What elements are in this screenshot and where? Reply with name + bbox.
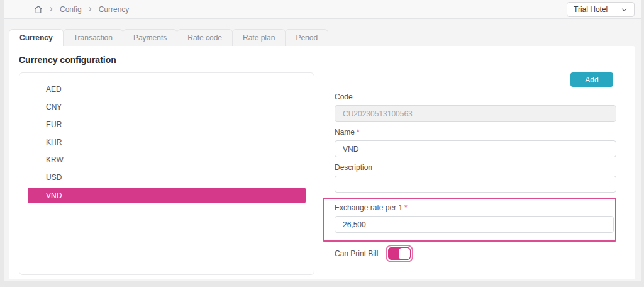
list-item-eur[interactable]: EUR: [28, 116, 306, 133]
code-field: [335, 105, 616, 122]
name-field[interactable]: [335, 140, 616, 157]
currency-form: Add Code Name* Description Exchange rate…: [335, 72, 616, 287]
can-print-bill-label: Can Print Bill: [335, 249, 378, 258]
required-asterisk: *: [404, 203, 408, 212]
hotel-selector-value: Trial Hotel: [574, 5, 608, 14]
tab-payments[interactable]: Payments: [123, 29, 177, 46]
tab-transaction[interactable]: Transaction: [63, 29, 123, 46]
chevron-right-icon: [87, 6, 93, 12]
list-item-vnd-selected[interactable]: VND: [28, 188, 306, 203]
description-label: Description: [335, 163, 616, 172]
tab-rate-code[interactable]: Rate code: [177, 29, 233, 46]
add-button[interactable]: Add: [570, 72, 613, 87]
description-field[interactable]: [335, 176, 616, 193]
currency-list: AED CNY EUR KHR KRW USD VND: [19, 72, 314, 275]
currency-config-card: Currency configuration AED CNY EUR KHR K…: [9, 46, 635, 279]
exchange-rate-highlight: Exchange rate per 1*: [323, 198, 616, 242]
tab-currency[interactable]: Currency: [9, 29, 64, 46]
topbar: Config Currency Trial Hotel: [4, 0, 641, 19]
list-item-khr[interactable]: KHR: [28, 133, 306, 151]
exchange-rate-label: Exchange rate per 1*: [335, 203, 614, 212]
breadcrumb-config[interactable]: Config: [60, 5, 82, 14]
required-asterisk: *: [357, 128, 360, 137]
app-window: Config Currency Trial Hotel Currency Tra…: [4, 0, 641, 281]
list-item-aed[interactable]: AED: [28, 81, 306, 98]
breadcrumb-currency: Currency: [99, 5, 130, 14]
list-item-krw[interactable]: KRW: [28, 151, 306, 169]
page-title: Currency configuration: [19, 55, 616, 65]
hotel-selector[interactable]: Trial Hotel: [567, 2, 635, 17]
tab-rate-plan[interactable]: Rate plan: [232, 29, 286, 46]
home-icon[interactable]: [34, 5, 43, 14]
can-print-bill-toggle[interactable]: [388, 247, 411, 260]
chevron-right-icon: [48, 6, 54, 12]
exchange-rate-field[interactable]: [335, 216, 614, 233]
name-label: Name*: [335, 128, 616, 137]
list-item-usd[interactable]: USD: [28, 169, 306, 186]
toggle-knob: [399, 248, 410, 259]
code-label: Code: [335, 93, 616, 101]
chevron-down-icon: [621, 6, 628, 13]
breadcrumb: Config Currency: [34, 5, 129, 14]
tab-period[interactable]: Period: [285, 29, 328, 46]
list-item-cny[interactable]: CNY: [28, 98, 306, 116]
viewport: Config Currency Trial Hotel Currency Tra…: [0, 0, 644, 287]
tab-bar: Currency Transaction Payments Rate code …: [9, 29, 641, 46]
